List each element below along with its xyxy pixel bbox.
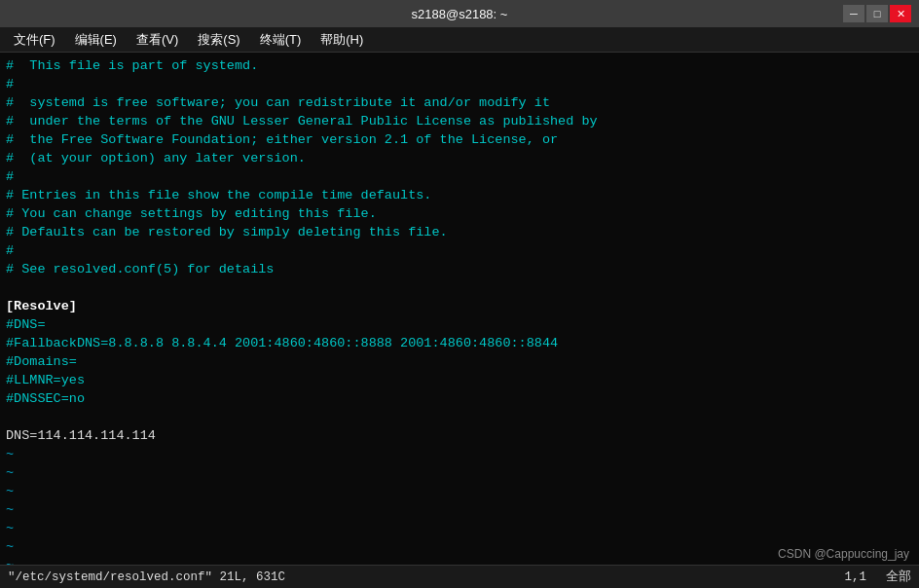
menu-item-编辑(E)[interactable]: 编辑(E) [65, 29, 127, 51]
menu-item-终端(T)[interactable]: 终端(T) [250, 29, 312, 51]
terminal-line: # You can change settings by editing thi… [6, 204, 913, 223]
terminal-line: # under the terms of the GNU Lesser Gene… [6, 112, 913, 130]
terminal-line: ~ [6, 445, 913, 463]
minimize-button[interactable]: ─ [843, 5, 864, 22]
menu-item-帮助(H)[interactable]: 帮助(H) [311, 29, 373, 51]
status-all: 全部 [886, 569, 911, 585]
menu-item-搜索(S)[interactable]: 搜索(S) [188, 29, 249, 51]
watermark: CSDN @Cappuccing_jay [778, 547, 909, 561]
terminal-line: [Resolve] [6, 297, 913, 315]
terminal-line: # [6, 167, 913, 186]
terminal-line [6, 278, 913, 297]
status-bar: "/etc/systemd/resolved.conf" 21L, 631C 1… [0, 565, 919, 588]
status-position: 1,1 [844, 570, 866, 584]
terminal-line: # [6, 75, 913, 93]
terminal-line: #FallbackDNS=8.8.8.8 8.8.4.4 2001:4860:4… [6, 334, 913, 352]
terminal-line: # [6, 241, 913, 260]
terminal-line: # (at your option) any later version. [6, 149, 913, 167]
terminal-line: #LLMNR=yes [6, 371, 913, 389]
terminal-line: #DNSSEC=no [6, 389, 913, 408]
terminal-line: # See resolved.conf(5) for details [6, 260, 913, 278]
terminal-content: # This file is part of systemd.## system… [0, 53, 919, 565]
terminal-line: # the Free Software Foundation; either v… [6, 130, 913, 149]
terminal-line: ~ [6, 482, 913, 500]
terminal-line [6, 408, 913, 426]
title-bar: s2188@s2188: ~ ─ □ ✕ [0, 0, 919, 27]
terminal-line: ~ [6, 519, 913, 537]
window-controls: ─ □ ✕ [843, 5, 911, 22]
terminal-line: ~ [6, 500, 913, 519]
close-button[interactable]: ✕ [890, 5, 911, 22]
terminal-line: #DNS= [6, 315, 913, 334]
maximize-button[interactable]: □ [866, 5, 888, 22]
terminal-line: #Domains= [6, 352, 913, 371]
status-file-info: "/etc/systemd/resolved.conf" 21L, 631C [8, 570, 285, 584]
terminal-line: ~ [6, 463, 913, 482]
menu-bar: 文件(F)编辑(E)查看(V)搜索(S)终端(T)帮助(H) [0, 27, 919, 53]
terminal-line: # Defaults can be restored by simply del… [6, 223, 913, 241]
menu-item-查看(V)[interactable]: 查看(V) [127, 29, 188, 51]
menu-item-文件(F)[interactable]: 文件(F) [4, 29, 65, 51]
terminal-line: DNS=114.114.114.114 [6, 426, 913, 445]
status-right: 1,1 全部 [844, 569, 911, 585]
window-title: s2188@s2188: ~ [76, 7, 843, 21]
terminal-line: # systemd is free software; you can redi… [6, 93, 913, 112]
terminal-line: # Entries in this file show the compile … [6, 186, 913, 204]
terminal-line: # This file is part of systemd. [6, 56, 913, 75]
